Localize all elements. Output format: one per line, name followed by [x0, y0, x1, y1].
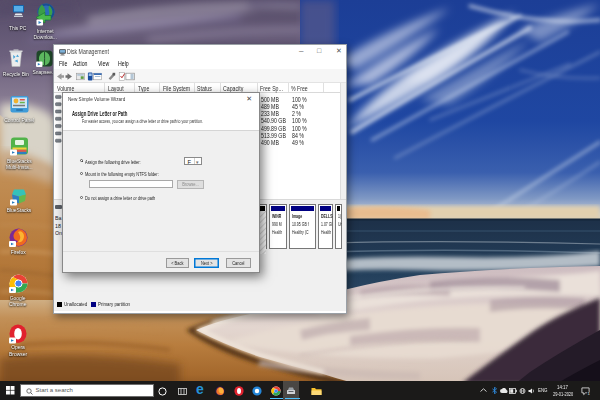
- svg-text:1: 1: [587, 391, 590, 396]
- svg-text:18: 18: [55, 223, 61, 229]
- svg-text:Ba: Ba: [55, 215, 62, 221]
